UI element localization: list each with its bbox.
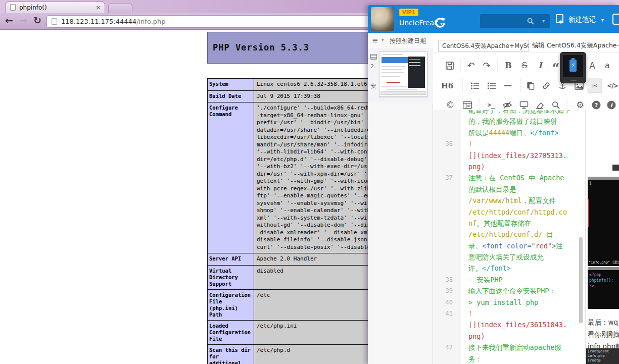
search-icon[interactable] [527,17,535,27]
code-segment: <font color= [482,242,532,250]
terminal-title-bar [588,177,619,180]
info-icon[interactable]: i [607,101,616,110]
gear-icon[interactable]: ⚙ [576,100,584,110]
eye-off-icon[interactable] [503,101,512,109]
font-size-large-button[interactable]: A [589,62,595,70]
copyright-icon[interactable]: © [446,101,455,110]
code-segment: /etc/httpd/conf.d/ [468,230,542,238]
back-button[interactable]: ← [5,15,13,26]
preview-image-fragment [612,165,619,171]
line-number: 38 [433,274,461,285]
terminal-icon[interactable]: >_ [488,102,495,108]
value-line: /etc [257,292,372,299]
sort-order-label[interactable]: 按照创建日期 [390,37,426,45]
markdown-editor[interactable]: 配置好了，看图：浏览器显示如下 的，我的服务器做了端口映射 所以是44444端口… [433,110,580,364]
undo-icon[interactable]: ↶ [467,61,474,70]
value-line: -target=x86_64-redhat-linux-gnu' '--p [257,112,372,120]
row-value: /etc/php.d [254,345,372,364]
code-block-line: info.php [588,354,619,358]
line-text: /etc/httpd/conf.d/ 目 [468,229,553,240]
value-line: curl' '--disable-posix' '--disable-sy [257,244,372,251]
eraser-icon[interactable] [535,101,544,109]
bullet-list-icon[interactable] [470,82,480,90]
save-icon[interactable] [446,62,454,70]
line-text: /etc/httpd/conf/httpd.co [468,206,567,218]
table-row: Build Date Jul 9 2015 17:39:38 [208,91,372,103]
blockquote-button[interactable]: “ [552,62,560,75]
note-list-item[interactable]: 2. - 安 [368,48,433,103]
phone-overlay[interactable]: ⚡ [560,52,586,83]
code-block-button[interactable]: </> [607,83,618,89]
url-bar[interactable]: 118.123.11.175:44444/info.php [46,15,372,28]
chevron-down-icon[interactable]: ▾ [542,18,545,24]
tab-note-edit[interactable]: 编辑 CentOS6.4安装Apache+ [532,41,619,50]
editor-line: 意吧防火墙关了或设成允 [433,251,580,263]
bold-button[interactable]: B [505,62,512,70]
screenshot-scissors-button[interactable]: ✂ [588,79,602,93]
terminal-glyph: i [589,181,592,186]
new-tab-button[interactable] [108,3,132,13]
line-text: 注意：在 CentOS 中 Apache [468,172,564,183]
value-line: /etc/php.ini [257,323,372,330]
value-line: with-pcre-regex=/usr' '--with-zlib' ' [257,185,372,193]
paste-icon[interactable] [527,82,535,90]
url-text[interactable]: 118.123.11.175:44444/info.php [61,18,166,25]
line-number: 40 [433,297,461,308]
line-number [433,263,461,274]
list-view-icon[interactable]: ≡ [372,36,378,45]
screen-capture-icon[interactable] [612,14,619,25]
phpinfo-table: System Linux centos6 2.6.32-358.18.1.el6… [207,78,372,364]
editor-tab-bar: CentOS6.4安装Apache+MySQL+... 编辑 CentOS6.4… [433,39,619,53]
ordered-list-icon[interactable] [487,82,496,90]
code-segment: 注意：在 CentOS 中 Apache [468,174,564,182]
line-number: 41 [433,308,461,319]
note-app-body: ≡ ▾ 按照创建日期 2. - 安 [368,33,619,364]
reload-button[interactable]: ↻ [33,15,41,26]
value-line: Linux centos6 2.6.32-358.18.1.el6.x86 [257,81,372,88]
value-line: mandir=/usr/share/man' '--infodir=/us [257,141,372,149]
code-segment: png) [468,163,485,171]
redo-icon[interactable]: ↷ [483,61,490,70]
editor-scrollbar-thumb[interactable] [579,237,583,323]
code-segment: "red" [532,242,552,250]
code-segment: 。其他配置存储在 [477,219,531,227]
preview-paragraph: 看你刚刚编 [588,330,619,339]
editor-line: 配置好了，看图：浏览器显示如下 [433,110,580,116]
row-label: Build Date [208,91,254,102]
monitor-icon[interactable] [519,101,529,109]
italic-button[interactable]: I [538,62,542,70]
tab-close-icon[interactable]: × [96,4,101,11]
code-segment: ，配置文件 [522,196,556,204]
font-size-small-button[interactable]: a [605,62,610,70]
editor-line: png) [433,161,580,172]
avatar[interactable] [371,7,394,31]
row-label: Scan this dir for additional [208,345,254,364]
help-icon[interactable]: ? [592,101,601,110]
value-line: Jul 9 2015 17:39:38 [257,93,372,100]
search-icon[interactable] [552,101,560,110]
value-line: dir=/etc/php.d' '--disable-debug' '-- [257,156,372,164]
terminal-accent [588,199,589,227]
editor-line: 许。</font> [433,263,580,274]
terminal-code-line: phpinfo(); [589,278,613,283]
line-text: 录。<font color="red">注 [468,240,563,251]
code-segment: 端口。 [509,129,530,137]
horizontal-rule-button[interactable]: — [504,82,512,90]
table-card-icon[interactable] [463,101,472,109]
note-list-toolbar: ≡ ▾ 按照创建日期 [368,33,433,48]
line-text: 接下来我们重新启动apache服 [468,342,561,353]
link-icon[interactable] [542,82,551,90]
sync-icon[interactable] [434,16,447,29]
forward-button[interactable]: → [19,15,27,26]
heading-h6-button[interactable]: H6 [441,82,454,90]
tab-note-view[interactable]: CentOS6.4安装Apache+MySQL+... [438,40,529,52]
editor-line: /etc/httpd/conf.d/ 目 [433,229,580,240]
line-number [433,184,461,195]
search-input[interactable]: ▾ [480,14,550,28]
line-text: 意吧防火墙关了或设成允 [468,251,544,263]
strikethrough-button[interactable]: S [522,62,528,70]
chevron-down-icon[interactable]: ▾ [382,37,384,42]
value-line: disable-fileinfo' '--disable-json' '- [257,236,372,244]
browser-tab-phpinfo[interactable]: phpinfo() × [5,2,105,13]
line-text: 的，我的服务器做了端口映射 [468,116,557,127]
